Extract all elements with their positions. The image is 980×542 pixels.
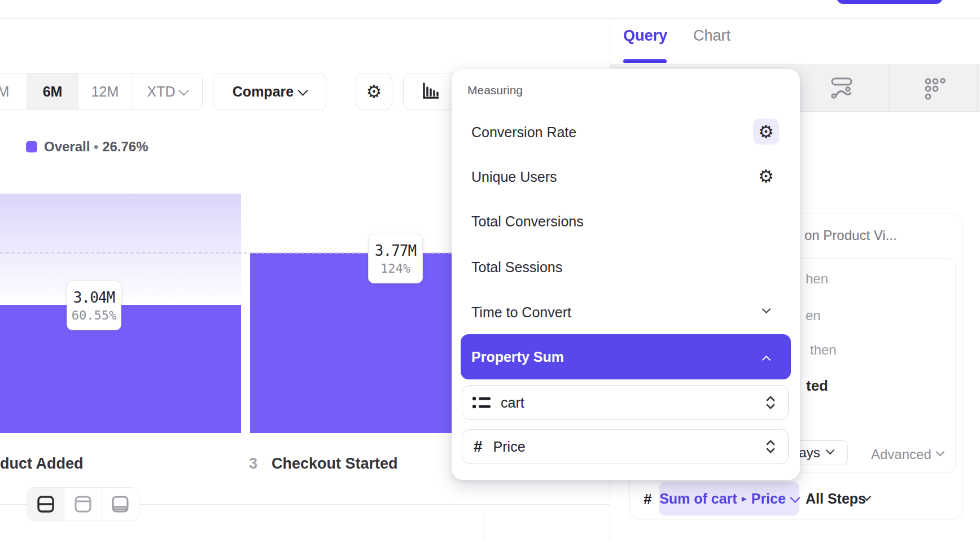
all-steps-dropdown[interactable]: All Steps <box>806 491 866 507</box>
step3-number: 3 <box>249 455 257 472</box>
chart-settings-button[interactable]: ⚙ <box>356 73 392 110</box>
layout-top-bar-button[interactable] <box>64 488 102 521</box>
property-name-value: Price <box>493 439 526 455</box>
funnel-flow-button[interactable] <box>830 77 853 99</box>
step2-axis-label: duct Added <box>0 455 84 473</box>
step2-value: 3.04M <box>73 289 115 306</box>
step-connector-fragment: en <box>806 308 821 324</box>
step-connector-fragment: then <box>810 342 837 358</box>
toolbar-cell-divider <box>977 64 978 112</box>
property-event-select[interactable]: cart <box>462 385 789 420</box>
measurement-chip-right: Price <box>751 491 786 507</box>
legend-series-label: Overall <box>44 139 90 154</box>
chevron-up-icon <box>762 356 771 365</box>
chevron-down-icon <box>790 492 800 502</box>
menu-item-total-conversions[interactable]: Total Conversions <box>471 213 584 230</box>
step2-rate: 60.55% <box>72 308 116 322</box>
menu-item-conversion-rate[interactable]: Conversion Rate <box>471 124 576 141</box>
layout-split-rows-button[interactable] <box>27 488 64 521</box>
compare-button[interactable]: Compare <box>213 73 326 110</box>
breakdown-dots-button[interactable] <box>924 78 947 100</box>
layout-bottom-bar-icon <box>110 494 130 514</box>
chevron-down-icon <box>762 305 771 314</box>
property-name-select[interactable]: # Price <box>462 429 789 464</box>
top-header-bar <box>0 0 980 19</box>
breakdown-dots-icon <box>924 78 947 100</box>
card-header-fragment: on Product Vi... <box>804 228 897 243</box>
measuring-title: Measuring <box>467 84 523 97</box>
bar-chart-icon <box>419 81 441 102</box>
app-window: M 6M 12M XTD Compare ⚙ Overall <box>0 0 980 542</box>
legend: Overall • 26.76% <box>26 139 148 155</box>
menu-item-property-sum-selected[interactable]: Property Sum <box>461 334 791 379</box>
compare-label: Compare <box>233 84 294 100</box>
number-type-icon: # <box>474 438 483 456</box>
tab-query-underline <box>623 59 667 63</box>
range-xtd-label: XTD <box>147 84 176 100</box>
arrow-right-icon: ▸ <box>742 492 747 505</box>
bar-value-chip-step2[interactable]: 3.04M 60.55% <box>67 281 121 330</box>
tab-query[interactable]: Query <box>623 27 667 45</box>
time-range-segmented-control: M 6M 12M XTD <box>0 73 203 110</box>
number-type-icon: # <box>644 491 651 508</box>
select-sorter-icon <box>765 439 776 454</box>
step3-name: Checkout Started <box>272 455 398 472</box>
property-event-value: cart <box>501 395 524 411</box>
range-12m[interactable]: 12M <box>78 73 132 110</box>
toolbar-cell-divider <box>889 64 890 112</box>
range-m[interactable]: M <box>0 73 27 110</box>
list-type-icon <box>472 394 491 411</box>
chevron-down-icon <box>178 85 189 95</box>
advanced-dropdown[interactable]: Advanced <box>871 447 931 462</box>
gear-icon: ⚙ <box>758 123 774 141</box>
menu-item-time-to-convert[interactable]: Time to Convert <box>471 304 571 321</box>
legend-separator: • <box>94 139 98 154</box>
chevron-down-icon <box>298 85 308 95</box>
range-6m[interactable]: 6M <box>27 73 78 110</box>
unique-users-settings-button[interactable]: ⚙ <box>753 163 779 189</box>
select-sorter-icon <box>765 395 776 410</box>
measurement-chip[interactable]: Sum of cart ▸ Price <box>659 482 799 515</box>
legend-overall-rate: 26.76% <box>102 139 148 154</box>
range-xtd[interactable]: XTD <box>132 73 202 110</box>
legend-swatch <box>26 141 37 152</box>
step-name-fragment: ted <box>806 377 828 395</box>
layout-toggle-group <box>27 487 139 521</box>
table-column-divider <box>484 504 484 542</box>
measurement-chip-left: Sum of cart <box>659 491 737 507</box>
step3-axis-label: 3 Checkout Started <box>249 455 398 473</box>
chart-type-button[interactable] <box>403 73 457 110</box>
conversion-rate-settings-button[interactable]: ⚙ <box>753 119 779 145</box>
funnel-flow-icon <box>830 77 853 99</box>
primary-action-button[interactable] <box>837 0 943 4</box>
gear-icon: ⚙ <box>366 83 382 100</box>
step-connector-fragment: hen <box>806 271 828 287</box>
menu-item-unique-users[interactable]: Unique Users <box>471 169 557 185</box>
property-sum-label: Property Sum <box>471 349 564 365</box>
bar-value-chip-step3[interactable]: 3.77M 124% <box>368 234 423 283</box>
tab-chart[interactable]: Chart <box>693 27 730 45</box>
step3-rate: 124% <box>380 261 410 276</box>
layout-top-bar-icon <box>73 494 93 514</box>
measuring-dropdown: Measuring Conversion Rate ⚙ Unique Users… <box>452 69 800 480</box>
menu-item-total-sessions[interactable]: Total Sessions <box>471 259 562 276</box>
layout-split-rows-icon <box>36 494 56 514</box>
gear-icon: ⚙ <box>758 168 774 185</box>
step3-value: 3.77M <box>375 242 416 259</box>
layout-bottom-bar-button[interactable] <box>102 488 139 521</box>
